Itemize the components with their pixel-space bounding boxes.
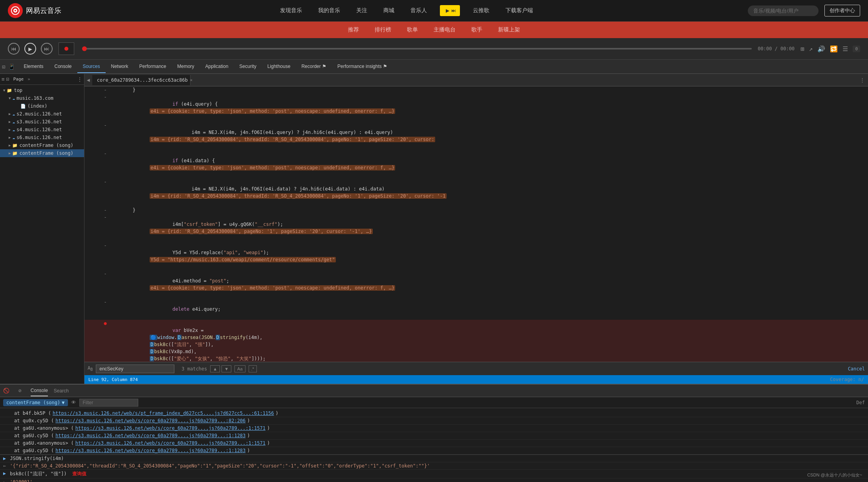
nav-mymusic[interactable]: 我的音乐 [315,5,343,16]
console-context-selector[interactable]: contentFrame (song) ▼ [3,399,68,406]
active-code-tab[interactable]: core_60a2789634...3fec6cc63ac86b ✕ [92,75,190,85]
code-panel-settings[interactable]: ⋮ [857,77,868,83]
devtools-device-icon[interactable]: 📱 [8,64,15,70]
console-tab-console[interactable]: Console [31,385,48,396]
console-eval-bsk: ▶ bsk8c(["流泪", "强"]) 查询值 [0,470,868,478]
console-text-5: at ga6U.<anonymous> ( [14,440,74,446]
file-panel-more[interactable]: » [27,77,30,82]
tree-content2[interactable]: ▶ 📁 contentFrame (song) [0,149,84,157]
subnav-chart[interactable]: 排行榜 [375,26,391,33]
tree-s3[interactable]: ▶ ☁ s3.music.126.net [0,118,84,126]
expand-arrow-c1: ▶ [9,143,11,147]
console-text-3: at ga6U.<anonymous> ( [14,425,74,431]
nav-cloudpush[interactable]: 云推歌 [470,5,493,16]
subnav-singer[interactable]: 歌手 [471,26,482,33]
console-suffix-4: ) [247,433,250,438]
indent-icon-1 [3,411,13,415]
file-panel-page[interactable]: Page [11,75,26,83]
tab-performance[interactable]: Performance [134,60,172,73]
tab-memory[interactable]: Memory [172,60,200,73]
share-icon[interactable]: ↗ [809,45,813,53]
devtools-inspect-icon[interactable]: ⊡ [2,64,5,70]
console-context-label: contentFrame (song) [6,400,60,405]
expand-icon[interactable]: ⊞ [800,45,804,53]
expand-arrow-s2: ▶ [9,112,11,116]
subnav-playlist[interactable]: 歌单 [407,26,418,33]
console-link-3[interactable]: https://s3.music.126.net/web/s/core_60a2… [75,425,266,431]
indent-icon-2 [3,418,13,422]
tab-sources[interactable]: Sources [77,60,106,73]
tab-application[interactable]: Application [200,60,234,73]
tab-lighthouse[interactable]: Lighthouse [262,60,296,73]
console-icon-filter[interactable]: ⊘ [18,388,22,394]
coverage-text: Coverage: n/ [830,377,864,382]
console-link-6[interactable]: https://s3.music.126.net/web/s/core_60a2… [55,448,245,453]
progress-dot[interactable] [82,46,87,51]
progress-bar[interactable] [82,48,752,49]
tree-s4[interactable]: ▶ ☁ s4.music.126.net [0,126,84,134]
cloud-icon-s2: ☁ [12,112,15,117]
loop-icon[interactable]: 🔁 [830,45,838,53]
tab-nav-left[interactable]: ◀ [84,77,92,83]
tree-index[interactable]: 📄 (index) [0,102,84,110]
tab-console[interactable]: Console [49,60,77,73]
play-button[interactable]: ▶ [24,43,36,55]
indent-icon-5 [3,440,13,445]
search-matchcase-btn[interactable]: Aa [234,365,245,372]
console-eval-bsk-text: bsk8c(["流泪", "强"]) [10,471,66,477]
next-button[interactable]: ⏭ [41,43,53,55]
console-text-1: at b4f.bk5P ( [14,411,51,416]
subnav-newalbum[interactable]: 新碟上架 [498,26,520,33]
console-eye-icon[interactable]: 👁 [71,400,76,405]
tree-music163[interactable]: ▼ ☁ music.163.com [0,94,84,102]
code-content[interactable]: - } - if (e4i.query) { e4i = {cookie: tr… [84,86,868,362]
tree-s2[interactable]: ▶ ☁ s2.music.126.net [0,110,84,118]
search-input-code[interactable] [96,365,174,373]
search-cancel-btn[interactable]: Cancel [848,366,865,372]
code-tab-close[interactable]: ✕ [190,78,192,82]
console-icon-clear[interactable]: 🚫 [3,388,9,394]
search-prev-btn[interactable]: ▲ [210,365,220,372]
player-controls: ⏮ ▶ ⏭ [8,43,53,55]
file-panel-menu[interactable]: ⋮ [77,76,82,82]
tab-elements[interactable]: Elements [18,60,49,73]
tree-content1[interactable]: ▶ 📁 contentFrame (song) [0,141,84,149]
subnav-recommend[interactable]: 推荐 [348,26,359,33]
tree-s6[interactable]: ▶ ☁ s6.music.126.net [0,134,84,141]
creator-btn[interactable]: 创作者中心 [824,5,860,16]
tab-recorder[interactable]: Recorder ⚑ [296,60,332,73]
console-link-4[interactable]: https://s3.music.126.net/web/s/core_60a2… [55,433,245,438]
sub-nav: 推荐 排行榜 歌单 主播电台 歌手 新碟上架 [0,22,868,38]
search-regex-btn[interactable]: .* [249,365,257,372]
cloud-icon-s4: ☁ [12,127,15,132]
console-error-line-6: at ga6U.cy5D ( https://s3.music.126.net/… [0,447,868,455]
nav-artist[interactable]: 音乐人 [407,5,430,16]
prev-button[interactable]: ⏮ [8,43,20,55]
search-next-btn[interactable]: ▼ [222,365,231,372]
console-link-1[interactable]: https://s3.music.126.net/web/s/pt_frame_… [53,411,274,416]
search-input[interactable] [748,5,819,16]
devtools-main: ≡ ⊡ Page » ⋮ ▼ 📁 top ▼ ☁ music.163.com [0,74,868,384]
tab-security[interactable]: Security [234,60,262,73]
nav-discover[interactable]: 发现音乐 [277,5,305,16]
tab-perf-insights[interactable]: Performance insights ⚑ [332,60,393,73]
console-context-dropdown-icon: ▼ [62,400,64,405]
volume-icon[interactable]: 🔊 [817,45,825,53]
queue-icon[interactable]: ☰ [842,45,848,53]
tree-item-label-s2: s2.music.126.net [16,111,62,117]
file-panel-tabs: ≡ ⊡ Page » ⋮ [0,74,84,85]
console-text-6: at ga6U.cy5D ( [14,448,54,453]
nav-download[interactable]: 下载客户端 [502,5,536,16]
nav-follow[interactable]: 关注 [353,5,370,16]
tree-item-label-index: (index) [27,103,48,109]
console-link-2[interactable]: https://s3.music.126.net/web/s/core_60a2… [55,418,245,423]
code-line: - if (e4i.query) { e4i = {cookie: true, … [84,93,868,122]
console-link-5[interactable]: https://s3.music.126.net/web/s/core_60a2… [75,440,266,446]
console-tab-search[interactable]: Search [54,386,69,396]
tree-top[interactable]: ▼ 📁 top [0,86,84,94]
nav-shop[interactable]: 商城 [380,5,397,16]
console-filter-input[interactable] [79,399,138,407]
console-error-line-2: at qu0x.cy5D ( https://s3.music.126.net/… [0,417,868,425]
tab-network[interactable]: Network [106,60,134,73]
subnav-radio[interactable]: 主播电台 [434,26,456,33]
